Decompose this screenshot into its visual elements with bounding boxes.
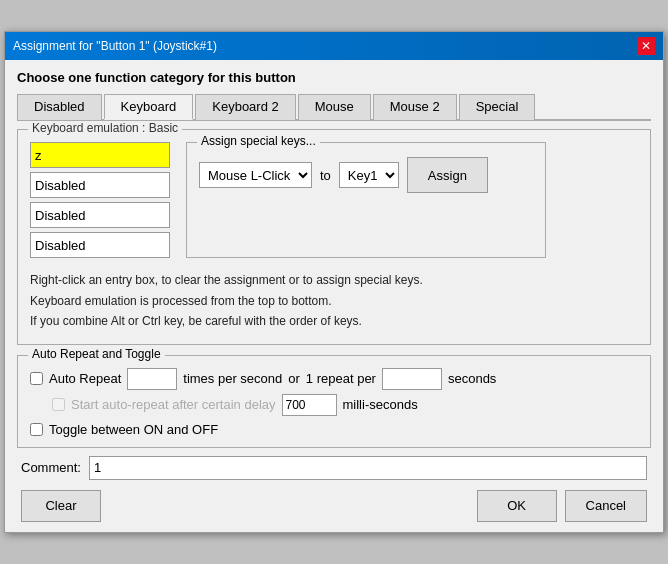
window-title: Assignment for "Button 1" (Joystick#1)	[13, 39, 217, 53]
key-entry-2[interactable]: Disabled	[30, 172, 170, 198]
key-value-3: Disabled	[35, 208, 86, 223]
key-value-2: Disabled	[35, 178, 86, 193]
auto-repeat-group: Auto Repeat and Toggle Auto Repeat times…	[17, 355, 651, 448]
assign-row: Mouse L-Click to Key1 Assign	[199, 157, 533, 193]
key-list: z Disabled Disabled Disabled	[30, 142, 170, 258]
dest-dropdown[interactable]: Key1	[339, 162, 399, 188]
comment-input[interactable]	[89, 456, 647, 480]
assign-special-title: Assign special keys...	[197, 134, 320, 148]
key-entry-3[interactable]: Disabled	[30, 202, 170, 228]
delay-row: Start auto-repeat after certain delay mi…	[52, 394, 638, 416]
info-line-2: Keyboard emulation is processed from the…	[30, 291, 638, 311]
title-bar: Assignment for "Button 1" (Joystick#1) ✕	[5, 32, 663, 60]
seconds-label: seconds	[448, 371, 496, 386]
ok-button[interactable]: OK	[477, 490, 557, 522]
clear-button[interactable]: Clear	[21, 490, 101, 522]
keyboard-inner: z Disabled Disabled Disabled Assign spec…	[30, 142, 638, 258]
or-label: or	[288, 371, 300, 386]
info-line-1: Right-click an entry box, to clear the a…	[30, 270, 638, 290]
info-area: Right-click an entry box, to clear the a…	[30, 270, 638, 331]
source-dropdown[interactable]: Mouse L-Click	[199, 162, 312, 188]
delay-checkbox	[52, 398, 65, 411]
tab-special[interactable]: Special	[459, 94, 536, 120]
tab-mouse[interactable]: Mouse	[298, 94, 371, 120]
main-window: Assignment for "Button 1" (Joystick#1) ✕…	[4, 31, 664, 532]
key-entry-4[interactable]: Disabled	[30, 232, 170, 258]
page-title: Choose one function category for this bu…	[17, 70, 651, 85]
info-line-3: If you combine Alt or Ctrl key, be caref…	[30, 311, 638, 331]
auto-repeat-row: Auto Repeat times per second or 1 repeat…	[30, 368, 638, 390]
assign-special-box: Assign special keys... Mouse L-Click to …	[186, 142, 546, 258]
key-entry-1[interactable]: z	[30, 142, 170, 168]
btn-left: Clear	[21, 490, 101, 522]
auto-repeat-label: Auto Repeat	[49, 371, 121, 386]
key-value-1: z	[35, 148, 42, 163]
to-label: to	[320, 168, 331, 183]
keyboard-group-title: Keyboard emulation : Basic	[28, 121, 182, 135]
auto-repeat-title: Auto Repeat and Toggle	[28, 347, 165, 361]
assign-button[interactable]: Assign	[407, 157, 488, 193]
key-value-4: Disabled	[35, 238, 86, 253]
toggle-row: Toggle between ON and OFF	[30, 422, 638, 437]
delay-input[interactable]	[282, 394, 337, 416]
cancel-button[interactable]: Cancel	[565, 490, 647, 522]
times-per-second-label: times per second	[183, 371, 282, 386]
times-input[interactable]	[127, 368, 177, 390]
tab-disabled[interactable]: Disabled	[17, 94, 102, 120]
tab-keyboard[interactable]: Keyboard	[104, 94, 194, 120]
tab-bar: Disabled Keyboard Keyboard 2 Mouse Mouse…	[17, 93, 651, 121]
tab-mouse2[interactable]: Mouse 2	[373, 94, 457, 120]
delay-label: Start auto-repeat after certain delay	[71, 397, 276, 412]
seconds-input[interactable]	[382, 368, 442, 390]
auto-repeat-checkbox[interactable]	[30, 372, 43, 385]
toggle-label: Toggle between ON and OFF	[49, 422, 218, 437]
btn-right: OK Cancel	[477, 490, 647, 522]
repeat-per-label: 1 repeat per	[306, 371, 376, 386]
milli-seconds-label: milli-seconds	[343, 397, 418, 412]
comment-row: Comment:	[17, 456, 651, 480]
comment-label: Comment:	[21, 460, 81, 475]
tab-keyboard2[interactable]: Keyboard 2	[195, 94, 296, 120]
toggle-checkbox[interactable]	[30, 423, 43, 436]
bottom-buttons: Clear OK Cancel	[17, 490, 651, 522]
close-button[interactable]: ✕	[637, 37, 655, 55]
window-body: Choose one function category for this bu…	[5, 60, 663, 531]
keyboard-group: Keyboard emulation : Basic z Disabled Di…	[17, 129, 651, 344]
